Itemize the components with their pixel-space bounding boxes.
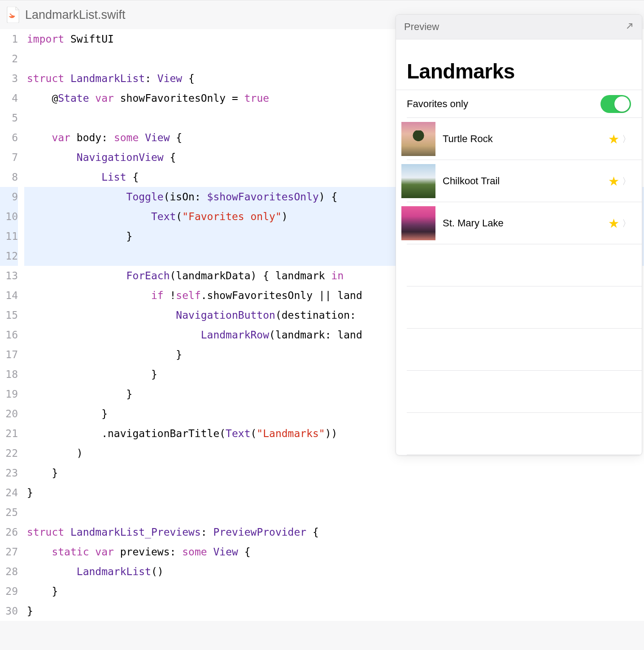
chevron-right-icon: 〉	[622, 175, 631, 187]
popout-icon[interactable]	[626, 21, 634, 33]
code-line[interactable]: }	[24, 601, 644, 621]
empty-row	[396, 329, 642, 371]
list-item[interactable]: St. Mary Lake★〉	[396, 202, 642, 244]
empty-row	[396, 244, 642, 286]
chevron-right-icon: 〉	[622, 133, 631, 145]
favorites-toggle[interactable]	[600, 95, 631, 113]
list-item[interactable]: Chilkoot Trail★〉	[396, 160, 642, 202]
empty-row	[396, 371, 642, 413]
landmark-name: Turtle Rock	[443, 133, 608, 145]
landmark-thumbnail	[401, 206, 435, 240]
landmark-thumbnail	[401, 164, 435, 198]
landmark-name: St. Mary Lake	[443, 217, 608, 229]
chevron-right-icon: 〉	[622, 217, 631, 230]
empty-row	[396, 413, 642, 455]
file-name: LandmarkList.swift	[25, 8, 126, 22]
code-line[interactable]: }	[24, 483, 644, 503]
preview-panel: Preview Landmarks Favorites onlyTurtle R…	[396, 14, 642, 455]
list-item[interactable]: Turtle Rock★〉	[396, 118, 642, 160]
preview-list: Favorites onlyTurtle Rock★〉Chilkoot Trai…	[396, 90, 642, 455]
landmark-thumbnail	[401, 122, 435, 156]
line-gutter: 1234567891011121314151617181920212223242…	[0, 29, 24, 621]
toggle-label: Favorites only	[407, 98, 600, 110]
code-line[interactable]: static var previews: some View {	[24, 542, 644, 562]
preview-header: Preview	[396, 15, 642, 39]
preview-body: Landmarks Favorites onlyTurtle Rock★〉Chi…	[396, 39, 642, 455]
swift-file-icon	[6, 7, 20, 23]
code-line[interactable]: struct LandmarkList_Previews: PreviewPro…	[24, 522, 644, 542]
star-icon: ★	[608, 132, 619, 147]
star-icon: ★	[608, 216, 619, 231]
toggle-row: Favorites only	[396, 90, 642, 118]
landmark-name: Chilkoot Trail	[443, 175, 608, 187]
code-line[interactable]: }	[24, 463, 644, 483]
preview-title: Landmarks	[396, 39, 642, 90]
code-line[interactable]	[24, 503, 644, 522]
star-icon: ★	[608, 174, 619, 189]
code-line[interactable]: LandmarkList()	[24, 562, 644, 581]
code-line[interactable]: }	[24, 581, 644, 601]
preview-header-label: Preview	[404, 21, 439, 33]
empty-row	[396, 286, 642, 329]
